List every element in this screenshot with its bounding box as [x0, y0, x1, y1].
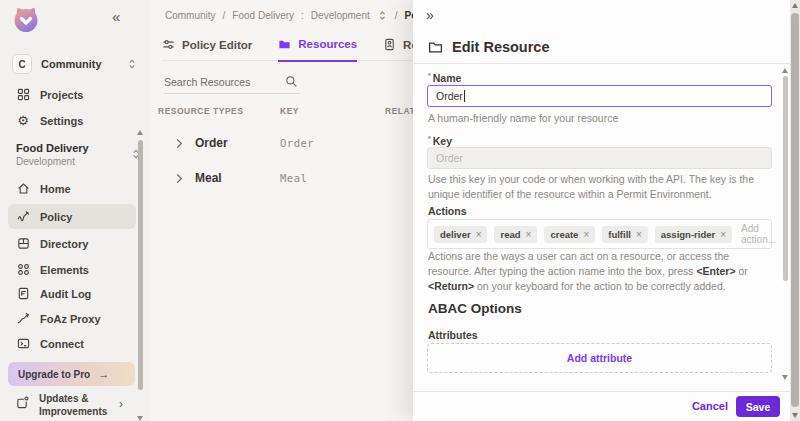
remove-chip-icon[interactable]: ×	[476, 229, 482, 240]
sliders-icon	[162, 38, 175, 51]
sidebar-item-updates[interactable]: Updates & Improvements ›	[16, 393, 142, 418]
grid-icon	[16, 88, 30, 102]
breadcrumb-environment[interactable]: Development	[311, 10, 370, 21]
actions-field-label: Actions	[428, 205, 467, 217]
tab-resources[interactable]: Resources	[278, 36, 357, 62]
permit-logo-icon[interactable]	[11, 5, 41, 35]
action-chip[interactable]: create×	[544, 226, 595, 243]
expand-chevron-icon[interactable]	[175, 138, 184, 149]
signature-icon	[16, 210, 30, 224]
cancel-button[interactable]: Cancel	[692, 400, 728, 412]
drawer-title: Edit Resource	[428, 39, 550, 55]
scroll-down-icon[interactable]	[137, 416, 143, 421]
workspace-selector[interactable]: C Community	[12, 53, 138, 75]
sidebar-item-label: Connect	[40, 338, 84, 350]
action-chip[interactable]: assign-rider×	[655, 226, 732, 243]
breadcrumb-colon: :	[301, 10, 304, 21]
sidebar-item-label: Updates & Improvements	[39, 393, 117, 418]
name-field-label: *Name	[428, 72, 461, 84]
scrollbar-thumb[interactable]	[783, 76, 788, 281]
remove-chip-icon[interactable]: ×	[636, 229, 642, 240]
drawer-scrollbar[interactable]	[782, 68, 789, 380]
resource-key: Meal	[280, 172, 307, 184]
sidebar-collapse-icon[interactable]: «	[112, 8, 120, 25]
scroll-up-icon[interactable]	[782, 68, 788, 73]
action-chip[interactable]: fulfill×	[602, 226, 648, 243]
resource-key: Order	[280, 137, 314, 149]
breadcrumb-workspace[interactable]: Community	[165, 10, 216, 21]
key-field: Order	[427, 147, 772, 169]
sidebar-item-label: Audit Log	[40, 288, 91, 300]
sidebar-item-directory[interactable]: Directory	[0, 231, 150, 256]
column-resource-types: RESOURCE TYPES	[158, 106, 243, 116]
drawer-collapse-icon[interactable]: »	[426, 7, 434, 23]
sidebar-item-foaz-proxy[interactable]: FoAz Proxy	[0, 306, 150, 331]
upgrade-label: Upgrade to Pro	[18, 369, 90, 380]
add-action-placeholder[interactable]: Add action...	[741, 223, 776, 245]
text-caret	[464, 90, 465, 102]
sidebar-item-projects[interactable]: Projects	[0, 82, 150, 107]
add-attribute-button[interactable]: Add attribute	[427, 343, 772, 373]
sidebar-item-home[interactable]: Home	[0, 176, 150, 201]
sidebar-item-policy[interactable]: Policy	[8, 204, 136, 229]
sidebar-item-label: Policy	[40, 211, 72, 223]
sidebar-item-audit-log[interactable]: Audit Log	[0, 281, 150, 306]
sidebar-item-settings[interactable]: ⚙ Settings	[0, 108, 150, 133]
workspace-initial: C	[12, 54, 32, 74]
breadcrumb-separator: /	[223, 10, 226, 21]
page-scrollbar[interactable]	[790, 0, 800, 421]
abac-options-heading: ABAC Options	[428, 301, 522, 316]
divider	[413, 63, 790, 64]
action-chip[interactable]: read×	[494, 226, 537, 243]
search-input[interactable]	[164, 72, 276, 92]
name-field[interactable]: Order	[427, 85, 772, 107]
key-field-helper: Use this key in your code or when workin…	[428, 172, 774, 202]
remove-chip-icon[interactable]: ×	[583, 229, 589, 240]
remove-chip-icon[interactable]: ×	[720, 229, 726, 240]
action-chip-label: read	[500, 229, 520, 240]
scroll-up-icon[interactable]	[792, 3, 798, 8]
sidebar-item-elements[interactable]: Elements	[0, 257, 150, 282]
sidebar-item-connect[interactable]: Connect	[0, 331, 150, 356]
chevron-updown-icon	[126, 58, 138, 70]
save-button[interactable]: Save	[736, 396, 780, 417]
search-icon[interactable]	[285, 75, 298, 88]
scrollbar-thumb[interactable]	[138, 140, 143, 390]
edit-resource-drawer: » Edit Resource *Name Order A human-frie…	[413, 0, 790, 421]
breadcrumb-project[interactable]: Food Delivery	[232, 10, 294, 21]
scroll-down-icon[interactable]	[792, 413, 798, 418]
upgrade-to-pro-button[interactable]: Upgrade to Pro →	[8, 362, 135, 386]
attributes-label: Attributes	[428, 329, 478, 341]
project-environment: Development	[16, 156, 136, 167]
tab-policy-editor[interactable]: Policy Editor	[162, 36, 252, 60]
sidebar-item-label: Directory	[40, 238, 88, 250]
resource-name[interactable]: Meal	[195, 171, 222, 185]
action-chip-label: create	[550, 229, 578, 240]
terminal-icon	[16, 337, 30, 351]
search-resources	[164, 72, 300, 94]
sidebar-scrollbar[interactable]	[137, 130, 144, 421]
changelog-icon	[16, 396, 29, 409]
column-key: KEY	[280, 106, 299, 116]
app-window: « C Community Projects ⚙ Settings Food D…	[0, 0, 800, 421]
breadcrumb: Community / Food Delivery : Development …	[165, 10, 452, 21]
scroll-down-icon[interactable]	[782, 375, 788, 380]
scroll-up-icon[interactable]	[137, 130, 143, 135]
action-chip-label: deliver	[440, 229, 471, 240]
actions-input[interactable]: deliver× read× create× fulfill× assign-r…	[427, 219, 772, 249]
folder-icon	[428, 40, 443, 55]
badge-icon	[383, 38, 396, 51]
resource-name[interactable]: Order	[195, 136, 228, 150]
project-selector[interactable]: Food Delivery Development	[16, 142, 136, 167]
route-icon	[16, 312, 30, 326]
action-chip[interactable]: deliver×	[434, 226, 487, 243]
sidebar-item-label: Home	[40, 183, 71, 195]
expand-chevron-icon[interactable]	[175, 173, 184, 184]
sidebar-item-label: FoAz Proxy	[40, 313, 101, 325]
folder-icon	[278, 38, 291, 51]
chevron-updown-icon[interactable]	[377, 10, 388, 21]
sidebar: « C Community Projects ⚙ Settings Food D…	[0, 0, 150, 421]
scrollbar-thumb[interactable]	[791, 13, 799, 407]
remove-chip-icon[interactable]: ×	[526, 229, 532, 240]
sidebar-item-label: Elements	[40, 264, 89, 276]
